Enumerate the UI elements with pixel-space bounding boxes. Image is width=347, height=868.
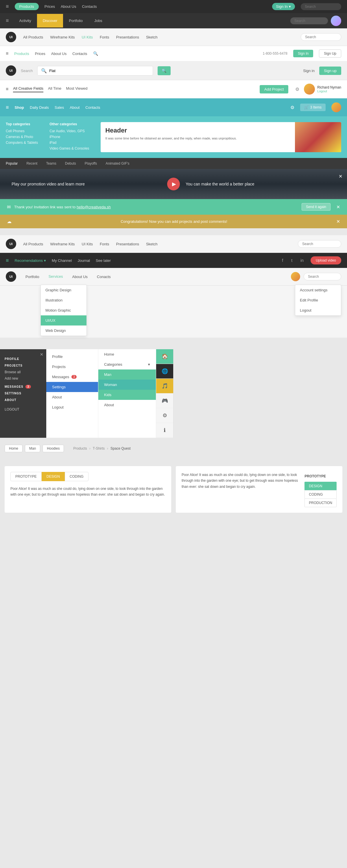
search-input-nav5[interactable] [49,69,149,73]
nav7-sales[interactable]: Sales [55,105,64,110]
sidebar3-about[interactable]: About [98,400,156,410]
avatar[interactable] [331,16,341,26]
nav3-uikits[interactable]: UI Kits [82,35,93,39]
nav6-allfields[interactable]: All Creative Fields [13,86,43,92]
nav4-contacts[interactable]: Contacts [72,52,87,56]
nav3-sketch[interactable]: Sketch [146,35,158,39]
sidebar2-about[interactable]: About [46,392,98,402]
upload-button[interactable]: Upload video [311,256,341,265]
close-email-icon[interactable]: ✕ [336,204,340,210]
resend-button[interactable]: Send it again [302,203,330,211]
gear-icon-btn[interactable]: ⚙ [156,408,173,423]
hamburger-icon-6[interactable]: ≡ [6,87,8,92]
tab-portfolio[interactable]: Portfolio [63,14,89,28]
signup-btn-nav5[interactable]: Sign up [319,66,341,75]
tab-animated[interactable]: Animated GIF's [105,161,129,165]
email-address[interactable]: hello@creativeda.sh [76,205,111,209]
shop-avatar[interactable] [332,102,341,112]
sidebar3-home[interactable]: Home [98,349,156,359]
add-project-button[interactable]: Add Project [260,85,288,93]
nav1-contacts[interactable]: Contacts [82,4,97,9]
dd-account-settings[interactable]: Account settings [295,285,341,295]
sidebar2-settings[interactable]: Settings [46,382,98,392]
tab-design-left[interactable]: DESIGN [42,472,65,481]
nav3-fonts[interactable]: Fonts [100,35,109,39]
search-icon-nav4[interactable]: 🔍 [93,51,98,56]
tab-production-right[interactable]: PRODUCTION [305,498,337,507]
tab-discover[interactable]: Discover [37,14,63,28]
dd-illustration[interactable]: Illustration [41,295,87,305]
tab-teams[interactable]: Teams [46,161,56,165]
nav1-prices[interactable]: Prices [44,4,55,9]
cart-button[interactable]: 🛒 3 Items [300,103,325,111]
hamburger-icon[interactable]: ≡ [6,3,9,9]
nav13-seelater[interactable]: See later [96,258,111,263]
path-products[interactable]: Products [73,446,87,451]
sidebar3-kids[interactable]: Kids [98,390,156,400]
gear-icon-nav7[interactable]: ⚙ [290,105,294,110]
dd-uiux[interactable]: UI/UX [41,315,87,326]
nav12-wireframe[interactable]: Wireframe Kits [50,242,74,246]
hamburger-icon-2[interactable]: ≡ [6,13,13,28]
nav14-services[interactable]: Services [44,268,68,285]
sidebar2-projects[interactable]: Projects [46,362,98,372]
linkedin-icon[interactable]: in [301,258,304,263]
hamburger-icon-4[interactable]: ≡ [6,51,8,56]
nav1-about[interactable]: About Us [61,4,76,9]
search-input-nav12[interactable] [298,240,341,248]
nav6-alltime[interactable]: All Time [48,86,61,92]
nav7-deals[interactable]: Daily Deals [30,105,49,110]
signup-btn-nav4[interactable]: Sign Up [319,50,341,58]
tab-playoffs[interactable]: Playoffs [85,161,97,165]
close-gold-icon[interactable]: ✕ [336,219,340,224]
category-cell-phones[interactable]: Cell Phones [6,129,38,133]
nav6-mostviewed[interactable]: Most Viewed [66,86,87,92]
search-input[interactable] [301,3,341,10]
nav13-journal[interactable]: Journal [77,258,90,263]
play-button[interactable]: ▶ [167,178,180,190]
nav7-shop[interactable]: Shop [15,105,24,110]
sidebar2-messages[interactable]: Messages 3 [46,372,98,382]
globe-icon-btn[interactable]: 🌐 [156,364,173,379]
breadcrumb-man[interactable]: Man [25,445,40,452]
search-button-nav5[interactable]: 🔍 [158,66,170,75]
nav3-allproducts[interactable]: All Products [23,35,43,39]
sidebar3-man[interactable]: Man [98,370,156,380]
close-video-icon[interactable]: ✕ [339,174,342,179]
category-computers[interactable]: Computers & Tablets [6,141,38,145]
tab-debuts[interactable]: Debuts [65,161,76,165]
category-ipad[interactable]: iPad [50,141,89,145]
nav4-products[interactable]: Products [14,52,29,56]
nav14-portfolio[interactable]: Portfolio [21,268,44,285]
breadcrumb-home[interactable]: Home [5,445,23,452]
nav14-contacts[interactable]: Conacts [92,268,115,285]
tab-popular[interactable]: Popular [6,161,18,165]
nav13-recommendations[interactable]: Recomendations ▾ [15,258,46,263]
tab-coding-right[interactable]: CODING [305,490,337,499]
path-tshirts[interactable]: T-Shirts [93,446,105,451]
search-input-nav14[interactable] [304,273,341,280]
browse-all-link[interactable]: Browse all [5,369,42,375]
game-icon-btn[interactable]: 🎮 [156,394,173,408]
tab-prototype-left[interactable]: PROTOTYPE [10,472,42,481]
signin-button[interactable]: Sign In ▾ [272,3,295,10]
nav13-channel[interactable]: My Channel [52,258,72,263]
sidebar2-logout[interactable]: Logout [46,402,98,412]
products-button[interactable]: Products [15,3,39,10]
category-cameras[interactable]: Cameras & Photo [6,135,38,139]
logout-link[interactable]: Logout [317,89,341,93]
nav12-fonts[interactable]: Fonts [100,242,109,246]
music-icon-btn[interactable]: 🎵 [156,379,173,394]
tab-coding-left[interactable]: CODING [65,472,89,481]
home-icon-btn[interactable]: 🏠 [156,349,173,364]
tab-design-right[interactable]: DESIGN [305,482,337,490]
tab-activity[interactable]: Activity [13,14,37,28]
breadcrumb-hoodies[interactable]: Hoodies [42,445,64,452]
signin-link-nav5[interactable]: Sign in [303,69,315,73]
dd-motion-graphic[interactable]: Motion Graphic [41,305,87,315]
nav3-wireframe[interactable]: Wireframe Kits [50,35,74,39]
close-sidebar-icon[interactable]: ✕ [40,352,43,357]
twitter-icon[interactable]: t [291,258,292,263]
nav14-about[interactable]: About Us [68,268,92,285]
path-spacequst[interactable]: Space Quest [111,446,130,451]
